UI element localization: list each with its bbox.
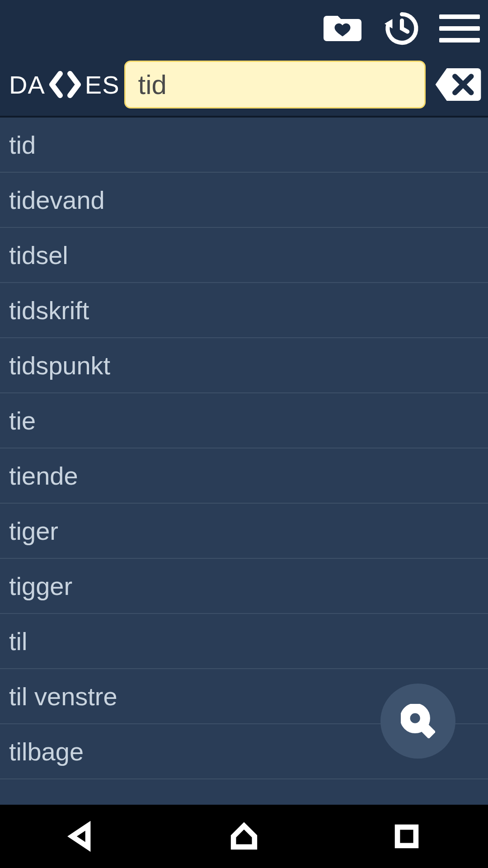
- svg-point-1: [405, 708, 425, 728]
- favorites-folder-icon: [324, 10, 361, 47]
- word-item[interactable]: tid: [0, 118, 488, 173]
- word-text: tilbage: [9, 737, 84, 766]
- lang-to-label: ES: [85, 70, 120, 99]
- search-fab[interactable]: [380, 684, 455, 759]
- word-item[interactable]: tidsel: [0, 228, 488, 283]
- word-text: til: [9, 627, 27, 656]
- clear-search-button[interactable]: [434, 66, 483, 103]
- favorites-button[interactable]: [324, 9, 361, 47]
- nav-recent-button[interactable]: [361, 818, 452, 854]
- word-text: tiger: [9, 516, 58, 546]
- clear-icon: [434, 66, 483, 103]
- word-text: tiende: [9, 461, 78, 491]
- language-switch[interactable]: DA ES: [9, 70, 120, 99]
- history-icon: [381, 9, 419, 48]
- menu-bar-1: [439, 14, 480, 19]
- word-item[interactable]: tiger: [0, 504, 488, 559]
- word-item[interactable]: til: [0, 614, 488, 669]
- svg-rect-3: [398, 827, 416, 846]
- search-input[interactable]: [124, 61, 426, 108]
- menu-bar-3: [439, 38, 480, 42]
- word-text: til venstre: [9, 682, 117, 711]
- menu-button[interactable]: [439, 14, 480, 42]
- word-text: tidsel: [9, 241, 68, 270]
- nav-home-icon: [228, 821, 260, 852]
- word-text: tid: [9, 130, 36, 160]
- system-navbar: [0, 805, 488, 868]
- search-icon: [401, 704, 435, 738]
- word-text: tie: [9, 406, 36, 435]
- nav-back-button[interactable]: [36, 818, 127, 854]
- lang-from-label: DA: [9, 70, 45, 99]
- word-text: tidskrift: [9, 296, 89, 325]
- word-text: tidevand: [9, 185, 105, 215]
- swap-arrows: [47, 71, 83, 98]
- word-item[interactable]: tidskrift: [0, 283, 488, 338]
- word-item[interactable]: tiende: [0, 448, 488, 504]
- top-bar: [0, 0, 488, 57]
- nav-home-button[interactable]: [199, 818, 289, 854]
- app-root: DA ES tid tidevand tidsel tidskrift tids…: [0, 0, 488, 805]
- word-text: tidspunkt: [9, 351, 110, 380]
- word-text: tigger: [9, 571, 72, 601]
- chevron-right-icon: [65, 71, 83, 98]
- search-input-wrap: [124, 61, 426, 108]
- word-item[interactable]: [0, 779, 488, 805]
- word-item[interactable]: tidevand: [0, 173, 488, 228]
- svg-line-2: [422, 726, 432, 736]
- search-row: DA ES: [0, 57, 488, 116]
- nav-recent-icon: [391, 821, 422, 852]
- word-item[interactable]: tidspunkt: [0, 338, 488, 393]
- word-item[interactable]: tie: [0, 393, 488, 448]
- chevron-left-icon: [47, 71, 65, 98]
- nav-back-icon: [66, 821, 97, 852]
- history-button[interactable]: [381, 9, 419, 47]
- menu-bar-2: [439, 26, 480, 31]
- word-item[interactable]: tigger: [0, 559, 488, 614]
